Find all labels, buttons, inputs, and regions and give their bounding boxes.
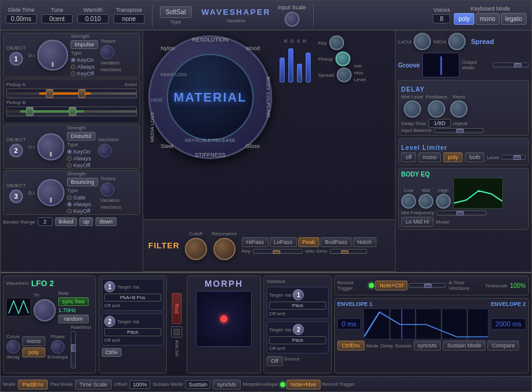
target-2-value[interactable]: Pitch (104, 328, 161, 336)
hicut-knob[interactable] (448, 33, 466, 50)
ratemod-handle[interactable] (71, 344, 76, 352)
lopass-button[interactable]: LoPass (270, 237, 297, 247)
delay-time-value[interactable]: 1/8D (428, 119, 451, 128)
mid-knob[interactable] (419, 194, 433, 209)
morph-pad[interactable] (196, 291, 252, 347)
syncs-button[interactable]: syncMs (414, 341, 441, 351)
target-1-value[interactable]: PkA+B Pos (104, 294, 161, 302)
mid-freq-slider[interactable] (437, 211, 486, 216)
input-balance-slider[interactable] (434, 128, 484, 133)
mono-btn[interactable]: mono (22, 336, 45, 346)
record-handle[interactable] (424, 284, 432, 288)
level-both-button[interactable]: both (465, 152, 485, 162)
obj1-type-button[interactable]: Impulse (71, 40, 98, 49)
envelope-display[interactable] (363, 308, 489, 339)
auto-select-box[interactable] (171, 326, 182, 338)
level-mono-button[interactable]: mono (419, 152, 441, 162)
obj3-always-radio[interactable]: Always (67, 201, 98, 207)
target-r2-pitch[interactable]: Pitch (269, 336, 326, 344)
filter-key-handle[interactable] (273, 250, 280, 254)
lo-mid-hi-button[interactable]: Lo Mid Hi (401, 217, 433, 227)
xfeed-knob[interactable] (450, 100, 468, 118)
pad-env-button[interactable]: Pad|Env (18, 380, 48, 390)
phase-knob[interactable] (51, 340, 64, 354)
obj1-keyon-radio[interactable]: KeyOn (71, 57, 98, 63)
filter-velo-slider[interactable] (330, 249, 367, 254)
notch-button[interactable]: Notch (353, 237, 376, 247)
glide-time-value[interactable]: 0.00ms (6, 14, 37, 24)
randomize-button[interactable]: Rnd (172, 293, 182, 324)
obj1-strength-knob[interactable] (37, 40, 68, 71)
pickup-a-slider[interactable] (6, 89, 137, 98)
bender-down-button[interactable]: down (95, 217, 117, 226)
adsr-r-bar[interactable] (280, 58, 285, 82)
random-button[interactable]: random (58, 315, 89, 323)
target-r1-pitch[interactable]: Pitch (269, 302, 326, 310)
bender-value[interactable]: 2 (38, 217, 53, 226)
spread-knob2[interactable] (337, 68, 352, 82)
obj3-gate-radio[interactable]: Gate (67, 194, 98, 201)
offset-value[interactable]: 100% (130, 380, 150, 389)
obj1-timbre-knob[interactable] (100, 45, 114, 59)
curve-knob[interactable] (6, 340, 20, 354)
adsr-r2-bar[interactable] (306, 53, 311, 82)
obj3-timbre-knob[interactable] (100, 183, 114, 196)
off-button[interactable]: Off (267, 356, 283, 366)
pickup-a-handle[interactable] (46, 89, 53, 98)
sustain-mode-value[interactable]: Sustain (185, 380, 210, 389)
cutoff-knob[interactable] (185, 238, 207, 260)
kb-mono-button[interactable]: mono (476, 13, 500, 25)
pickup-b-handle2[interactable] (69, 107, 76, 116)
obj2-keyoff-radio[interactable]: KeyOff (67, 162, 95, 168)
kb-legato-button[interactable]: legato (501, 13, 526, 25)
compare-button[interactable]: Compare (487, 341, 519, 351)
key-knob[interactable] (329, 35, 344, 50)
level-poly-button[interactable]: poly (443, 152, 463, 162)
high-knob[interactable] (436, 194, 451, 209)
obj2-keyon-radio[interactable]: KeyOn (67, 149, 95, 155)
obj3-type-button[interactable]: Bouncing (67, 178, 98, 186)
wet-level-knob[interactable] (404, 100, 421, 118)
time-scale-button[interactable]: Time Scale (75, 380, 112, 390)
pickup-a-handle2[interactable] (78, 89, 86, 98)
pickup-b-slider[interactable] (6, 107, 137, 116)
adsr-d-bar[interactable] (288, 48, 293, 82)
output-width-handle[interactable] (514, 63, 521, 68)
warmth-value[interactable]: 0.010 (78, 14, 109, 24)
input-balance-handle[interactable] (456, 129, 464, 133)
transpose-value[interactable]: none (113, 14, 144, 24)
bndpass-button[interactable]: BndPass (321, 237, 352, 247)
sustain-mode-button[interactable]: Sustain Mode (443, 341, 485, 351)
pickup-b-handle1[interactable] (26, 107, 33, 116)
filter-velo-handle[interactable] (341, 250, 348, 254)
obj2-disturb-button[interactable]: Disturb2 (67, 132, 95, 141)
bender-linked-button[interactable]: linked (55, 217, 78, 226)
level-handle[interactable] (513, 155, 521, 160)
obj3-keyoff-radio[interactable]: KeyOff (67, 208, 98, 214)
obj1-keyoff-radio[interactable]: KeyOff (71, 71, 98, 77)
mid-freq-handle[interactable] (456, 211, 464, 216)
peak-button[interactable]: Peak (298, 237, 320, 247)
output-width-slider[interactable] (493, 63, 530, 68)
obj2-always-radio[interactable]: Always (67, 155, 95, 162)
sync-ms-button[interactable]: syncMs (213, 380, 241, 390)
sync-free-button[interactable]: sync free (58, 297, 89, 306)
note-ctrl-button[interactable]: Note+Ctrl (375, 281, 407, 290)
input-scale-knob[interactable] (285, 12, 299, 27)
poly-btn[interactable]: poly (22, 347, 45, 357)
pickup-knob[interactable] (335, 51, 350, 66)
obj2-velosens-knob[interactable] (98, 144, 112, 157)
ctrla-button[interactable]: CtrlA (102, 348, 122, 357)
feedback-knob[interactable] (428, 100, 445, 118)
adsr-s-bar[interactable] (297, 64, 302, 82)
obj1-always-radio[interactable]: Always (71, 64, 98, 70)
note-mve-button[interactable]: Note+Mve (286, 380, 321, 390)
softsat-button[interactable]: SoftSat (160, 6, 192, 18)
bender-up-button[interactable]: up (79, 217, 93, 226)
locut-knob[interactable] (414, 33, 431, 50)
lfo-rate-knob[interactable] (33, 299, 56, 321)
tune-value[interactable]: 0cent (42, 14, 73, 24)
resonance-knob[interactable] (213, 238, 236, 260)
level-off-button[interactable]: off (401, 152, 416, 162)
voices-value[interactable]: 8 (433, 14, 450, 24)
